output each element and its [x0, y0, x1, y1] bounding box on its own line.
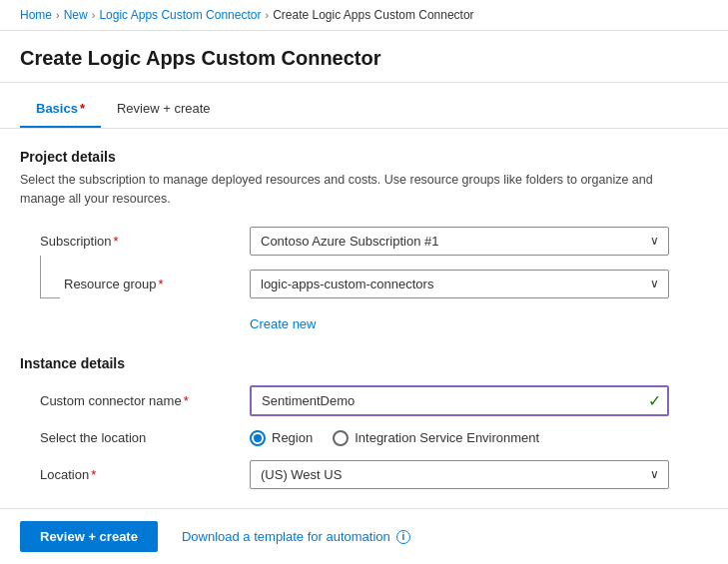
breadcrumb-sep-3: › — [265, 9, 269, 21]
connector-name-row: Custom connector name* ✓ — [20, 385, 708, 416]
subscription-control: Contoso Azure Subscription #1 — [250, 227, 669, 256]
radio-region[interactable]: Region — [250, 430, 313, 446]
connector-name-input[interactable] — [250, 385, 669, 416]
location-dropdown[interactable]: (US) West US — [250, 460, 669, 489]
location-label: Location* — [20, 467, 250, 482]
breadcrumb-sep-1: › — [56, 9, 60, 21]
location-control: (US) West US — [250, 460, 669, 489]
resource-group-control: logic-apps-custom-connectors — [250, 270, 669, 298]
location-type-row: Select the location Region Integration S… — [20, 430, 708, 446]
indent-line — [40, 256, 60, 298]
breadcrumb-home[interactable]: Home — [20, 8, 52, 22]
breadcrumb: Home › New › Logic Apps Custom Connector… — [0, 0, 728, 31]
review-create-button[interactable]: Review + create — [20, 521, 158, 552]
input-check-icon: ✓ — [648, 391, 661, 410]
location-row: Location* (US) West US — [20, 460, 708, 489]
project-details-desc: Select the subscription to manage deploy… — [20, 171, 699, 209]
tab-review-create[interactable]: Review + create — [101, 91, 227, 128]
resource-group-row: Resource group* logic-apps-custom-connec… — [20, 270, 708, 298]
radio-region-circle — [250, 430, 266, 446]
radio-group: Region Integration Service Environment — [250, 430, 669, 446]
project-details-title: Project details — [20, 149, 708, 165]
subscription-row: Subscription* Contoso Azure Subscription… — [20, 227, 708, 256]
page-title: Create Logic Apps Custom Connector — [0, 31, 728, 83]
instance-details-title: Instance details — [20, 355, 708, 371]
connector-name-control: ✓ — [250, 385, 669, 416]
resource-group-dropdown[interactable]: logic-apps-custom-connectors — [250, 270, 669, 298]
subscription-label: Subscription* — [20, 234, 250, 249]
location-type-label: Select the location — [20, 430, 250, 445]
breadcrumb-new[interactable]: New — [64, 8, 88, 22]
radio-ise[interactable]: Integration Service Environment — [333, 430, 539, 446]
breadcrumb-connector[interactable]: Logic Apps Custom Connector — [99, 8, 261, 22]
breadcrumb-current: Create Logic Apps Custom Connector — [273, 8, 473, 22]
subscription-dropdown[interactable]: Contoso Azure Subscription #1 — [250, 227, 669, 256]
info-icon: i — [396, 530, 410, 544]
tab-basics[interactable]: Basics* — [20, 91, 101, 128]
breadcrumb-sep-2: › — [92, 9, 96, 21]
connector-name-label: Custom connector name* — [20, 393, 250, 408]
content-area: Project details Select the subscription … — [0, 129, 728, 523]
radio-ise-circle — [333, 430, 349, 446]
tabs-container: Basics* Review + create — [0, 91, 728, 129]
create-new-link[interactable]: Create new — [250, 316, 316, 331]
location-type-control: Region Integration Service Environment — [250, 430, 669, 446]
bottom-bar: Review + create Download a template for … — [0, 508, 728, 564]
download-template-link[interactable]: Download a template for automation i — [182, 529, 410, 544]
